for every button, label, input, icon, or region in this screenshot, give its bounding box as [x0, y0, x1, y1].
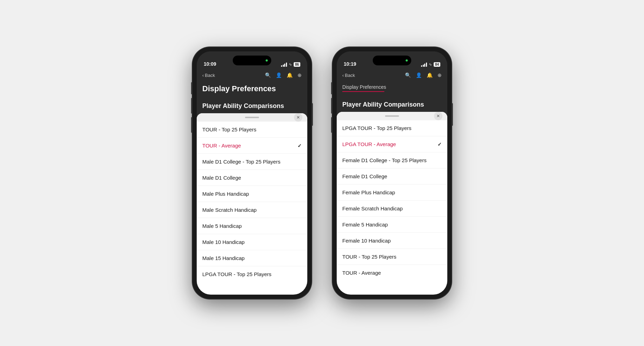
- sheet-handle-1: [245, 117, 259, 118]
- sheet-list-1: TOUR - Top 25 PlayersTOUR - Average✓Male…: [197, 122, 307, 282]
- nav-bar-2: ‹ Back 🔍 👤 🔔 ⊕: [337, 70, 447, 81]
- screen-area-2: ✕ LPGA TOUR - Top 25 PlayersLPGA TOUR - …: [337, 112, 447, 295]
- sheet-handle-area-2: ✕: [337, 112, 447, 120]
- nav-actions-1: 🔍 👤 🔔 ⊕: [265, 72, 302, 78]
- nav-actions-2: 🔍 👤 🔔 ⊕: [405, 72, 442, 78]
- bottom-sheet-2: ✕ LPGA TOUR - Top 25 PlayersLPGA TOUR - …: [337, 112, 447, 295]
- page-header-1: Display Preferences: [197, 81, 307, 98]
- item-label: Male 5 Handicap: [202, 223, 242, 229]
- status-icons-2: ∿ 84: [421, 62, 440, 67]
- dynamic-island: [233, 56, 271, 65]
- add-icon-2[interactable]: ⊕: [438, 72, 442, 78]
- section-label-1: Player Ability Comparisons: [197, 98, 307, 113]
- back-chevron-2: ‹: [342, 73, 344, 78]
- list-item[interactable]: LPGA TOUR - Top 25 Players: [197, 266, 307, 282]
- tab-underline-2: [342, 91, 384, 92]
- status-icons-1: ∿ 86: [281, 62, 300, 67]
- profile-icon-2[interactable]: 👤: [416, 72, 422, 78]
- signal-icon-1: [281, 63, 287, 67]
- back-button-2[interactable]: ‹ Back: [342, 73, 355, 78]
- list-item[interactable]: Male Plus Handicap: [197, 186, 307, 202]
- add-icon-1[interactable]: ⊕: [298, 72, 302, 78]
- bottom-sheet-1: ✕ TOUR - Top 25 PlayersTOUR - Average✓Ma…: [197, 113, 307, 295]
- list-item[interactable]: Female Plus Handicap: [337, 185, 447, 201]
- list-item[interactable]: Female 5 Handicap: [337, 217, 447, 233]
- signal-icon-2: [421, 63, 427, 67]
- list-item[interactable]: TOUR - Top 25 Players: [337, 249, 447, 265]
- item-label: LPGA TOUR - Top 25 Players: [202, 271, 272, 277]
- section-title-2: Player Ability Comparisons: [342, 101, 442, 108]
- list-item[interactable]: Male D1 College - Top 25 Players: [197, 154, 307, 170]
- page-header-2: Display Preferences: [337, 81, 447, 97]
- list-item[interactable]: Male D1 College: [197, 170, 307, 186]
- list-item[interactable]: Female D1 College - Top 25 Players: [337, 152, 447, 168]
- camera-dot: [266, 59, 268, 62]
- back-label-1: Back: [205, 73, 215, 78]
- list-item[interactable]: Male 10 Handicap: [197, 234, 307, 250]
- vol-up-button-2[interactable]: [331, 98, 332, 114]
- screen-content-1: 10:09 ∿ 86 ‹ Back: [197, 51, 307, 295]
- item-label: Male 10 Handicap: [202, 239, 245, 245]
- screen-content-2: 10:19 ∿ 84 ‹ Back: [337, 51, 447, 295]
- page-title-1: Display Preferences: [202, 84, 302, 93]
- search-icon-2[interactable]: 🔍: [405, 72, 411, 78]
- list-item[interactable]: TOUR - Average✓: [197, 138, 307, 154]
- back-label-2: Back: [345, 73, 355, 78]
- section-label-2: Player Ability Comparisons: [337, 97, 447, 112]
- status-time-1: 10:09: [204, 61, 216, 67]
- wifi-icon-1: ∿: [289, 62, 292, 67]
- nav-bar-1: ‹ Back 🔍 👤 🔔 ⊕: [197, 70, 307, 81]
- item-label: Male D1 College - Top 25 Players: [202, 159, 280, 165]
- wifi-icon-2: ∿: [429, 62, 432, 67]
- close-button-2[interactable]: ✕: [434, 112, 442, 120]
- sheet-handle-2: [385, 115, 399, 117]
- battery-badge-2: 84: [434, 62, 440, 67]
- item-label: Male D1 College: [202, 175, 241, 181]
- profile-icon-1[interactable]: 👤: [276, 72, 282, 78]
- home-indicator-1: [231, 291, 273, 293]
- check-icon: ✓: [438, 142, 442, 147]
- item-label: Female 10 Handicap: [342, 238, 391, 244]
- check-icon: ✓: [298, 143, 302, 149]
- list-item[interactable]: TOUR - Top 25 Players: [197, 122, 307, 138]
- phone-1-screen: 10:09 ∿ 86 ‹ Back: [197, 51, 307, 295]
- list-item[interactable]: LPGA TOUR - Average✓: [337, 136, 447, 152]
- section-title-1: Player Ability Comparisons: [202, 102, 302, 110]
- page-subtitle-2: Display Preferences: [342, 84, 442, 90]
- phone-2: 10:19 ∿ 84 ‹ Back: [332, 47, 451, 299]
- vol-down-button-2[interactable]: [331, 117, 332, 133]
- status-time-2: 10:19: [344, 61, 356, 67]
- item-label: Male 15 Handicap: [202, 255, 245, 261]
- list-item[interactable]: LPGA TOUR - Top 25 Players: [337, 120, 447, 136]
- list-item[interactable]: Male 5 Handicap: [197, 218, 307, 234]
- vol-up-button[interactable]: [191, 98, 192, 114]
- sheet-handle-area-1: ✕: [197, 113, 307, 122]
- phone-1: 10:09 ∿ 86 ‹ Back: [192, 47, 312, 299]
- power-button-2[interactable]: [452, 103, 453, 126]
- phone-2-screen: 10:19 ∿ 84 ‹ Back: [337, 51, 447, 295]
- search-icon-1[interactable]: 🔍: [265, 72, 271, 78]
- list-item[interactable]: Male 15 Handicap: [197, 250, 307, 266]
- back-chevron-1: ‹: [202, 73, 204, 78]
- list-item[interactable]: Female Scratch Handicap: [337, 201, 447, 217]
- camera-dot-2: [406, 59, 408, 62]
- power-button[interactable]: [312, 103, 313, 126]
- list-item[interactable]: TOUR - Average: [337, 265, 447, 281]
- list-item[interactable]: Male Scratch Handicap: [197, 202, 307, 218]
- vol-down-button[interactable]: [191, 117, 192, 133]
- item-label: TOUR - Average: [202, 143, 241, 149]
- item-label: Male Plus Handicap: [202, 191, 249, 197]
- item-label: TOUR - Top 25 Players: [342, 254, 397, 260]
- bell-icon-2[interactable]: 🔔: [427, 72, 433, 78]
- item-label: Female 5 Handicap: [342, 222, 388, 228]
- close-button-1[interactable]: ✕: [294, 113, 302, 122]
- item-label: TOUR - Average: [342, 270, 381, 276]
- bell-icon-1[interactable]: 🔔: [287, 72, 293, 78]
- list-item[interactable]: Female D1 College: [337, 168, 447, 185]
- list-item[interactable]: Female 10 Handicap: [337, 233, 447, 249]
- item-label: Male Scratch Handicap: [202, 207, 257, 213]
- home-indicator-2: [371, 291, 413, 293]
- sheet-list-2: LPGA TOUR - Top 25 PlayersLPGA TOUR - Av…: [337, 120, 447, 281]
- back-button-1[interactable]: ‹ Back: [202, 73, 215, 78]
- screen-area-1: ✕ TOUR - Top 25 PlayersTOUR - Average✓Ma…: [197, 113, 307, 295]
